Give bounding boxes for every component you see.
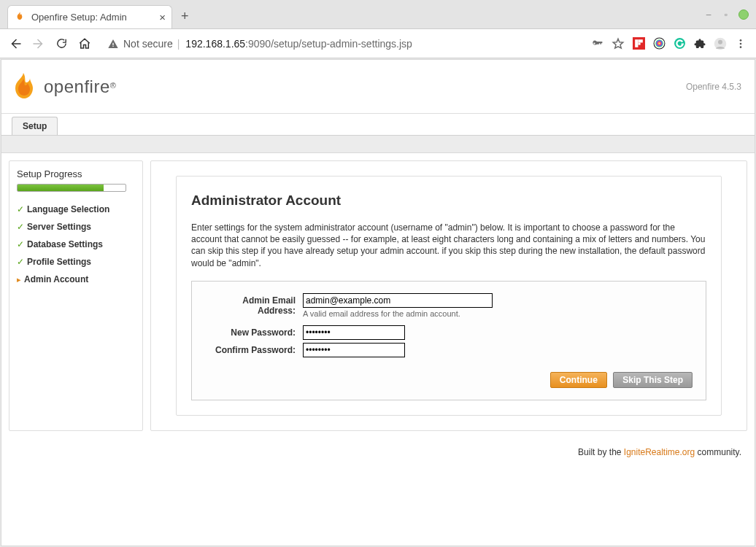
svg-rect-2	[638, 39, 642, 42]
continue-button[interactable]: Continue	[550, 372, 607, 388]
new-tab-button[interactable]: +	[177, 6, 193, 27]
progress-bar	[17, 184, 126, 192]
check-icon: ✓	[17, 222, 24, 232]
version-text: Openfire 4.5.3	[686, 82, 741, 92]
sidebar-title: Setup Progress	[17, 168, 135, 179]
rainbow-ext-icon[interactable]	[652, 37, 666, 50]
email-field[interactable]	[303, 293, 493, 308]
step-database-settings[interactable]: ✓Database Settings	[17, 236, 135, 253]
sidebar: Setup Progress ✓Language Selection ✓Serv…	[9, 160, 143, 431]
toolbar-icons	[591, 37, 747, 50]
window-maximize-icon[interactable]: ▫	[721, 9, 731, 20]
home-button[interactable]	[78, 37, 91, 50]
current-arrow-icon: ▸	[17, 275, 21, 284]
star-icon[interactable]	[612, 37, 625, 50]
confirm-password-field[interactable]	[303, 343, 405, 357]
step-admin-account[interactable]: ▸Admin Account	[17, 271, 135, 288]
check-icon: ✓	[17, 257, 24, 267]
not-secure-label: Not secure	[123, 38, 173, 50]
svg-point-5	[655, 39, 663, 47]
window-titlebar: Openfire Setup: Admin × + – ▫	[0, 0, 756, 29]
flame-logo-icon	[9, 71, 38, 102]
svg-rect-1	[635, 39, 638, 47]
page: openfire® Openfire 4.5.3 Setup Setup Pro…	[1, 59, 755, 546]
reload-button[interactable]	[55, 37, 68, 50]
svg-point-11	[740, 46, 742, 48]
favicon-flame-icon	[14, 11, 26, 23]
svg-point-9	[740, 39, 742, 42]
brand-name: openfire®	[44, 77, 116, 97]
step-server-settings[interactable]: ✓Server Settings	[17, 218, 135, 236]
extensions-puzzle-icon[interactable]	[693, 37, 706, 50]
new-password-label: New Password:	[205, 325, 303, 338]
footer-built-by: Built by the	[578, 447, 624, 457]
tab-title: Openfire Setup: Admin	[31, 12, 155, 23]
form-panel: Admin Email Address: A valid email addre…	[191, 281, 706, 400]
button-row: Continue Skip This Step	[205, 372, 693, 388]
url-text: 192.168.1.65:9090/setup/setup-admin-sett…	[185, 38, 412, 50]
ignite-realtime-link[interactable]: IgniteRealtime.org	[624, 447, 695, 457]
browser-tab[interactable]: Openfire Setup: Admin ×	[7, 5, 172, 28]
tab-setup[interactable]: Setup	[12, 117, 58, 135]
sub-toolbar	[1, 136, 755, 153]
browser-toolbar: Not secure | 192.168.1.65:9090/setup/set…	[0, 29, 756, 58]
progress-fill	[18, 185, 104, 191]
brand-logo: openfire®	[9, 71, 116, 102]
profile-avatar-icon[interactable]	[714, 37, 727, 50]
footer-community: community.	[695, 447, 741, 457]
confirm-password-label: Confirm Password:	[205, 343, 303, 355]
skip-button[interactable]: Skip This Step	[613, 372, 693, 388]
step-list: ✓Language Selection ✓Server Settings ✓Da…	[17, 201, 135, 288]
content-box: Administrator Account Enter settings for…	[176, 176, 722, 416]
window-minimize-icon[interactable]: –	[703, 9, 714, 20]
key-icon[interactable]	[591, 37, 604, 50]
grammarly-ext-icon[interactable]	[673, 37, 686, 50]
page-description: Enter settings for the system administra…	[191, 222, 706, 269]
back-button[interactable]	[9, 37, 22, 50]
new-password-field[interactable]	[303, 325, 405, 340]
window-controls: – ▫	[703, 9, 749, 20]
brand-header: openfire® Openfire 4.5.3	[1, 60, 755, 114]
forward-button[interactable]	[32, 37, 45, 50]
svg-rect-3	[638, 42, 640, 44]
email-hint: A valid email address for the admin acco…	[303, 309, 493, 318]
footer: Built by the IgniteRealtime.org communit…	[1, 438, 755, 457]
email-label: Admin Email Address:	[205, 293, 303, 316]
check-icon: ✓	[17, 204, 24, 214]
check-icon: ✓	[17, 239, 24, 249]
address-bar[interactable]: Not secure | 192.168.1.65:9090/setup/set…	[101, 34, 581, 54]
svg-point-8	[718, 39, 722, 44]
content-area: Administrator Account Enter settings for…	[150, 160, 747, 431]
svg-point-10	[740, 42, 742, 44]
window-close-icon[interactable]	[738, 9, 749, 20]
step-profile-settings[interactable]: ✓Profile Settings	[17, 253, 135, 271]
page-tabs: Setup	[1, 114, 755, 136]
menu-dots-icon[interactable]	[734, 37, 747, 50]
flipboard-ext-icon[interactable]	[632, 37, 645, 50]
tab-close-icon[interactable]: ×	[155, 11, 166, 23]
warning-triangle-icon	[107, 38, 119, 50]
step-language-selection[interactable]: ✓Language Selection	[17, 201, 135, 218]
page-title: Administrator Account	[191, 193, 706, 209]
security-status[interactable]: Not secure |	[107, 38, 180, 50]
